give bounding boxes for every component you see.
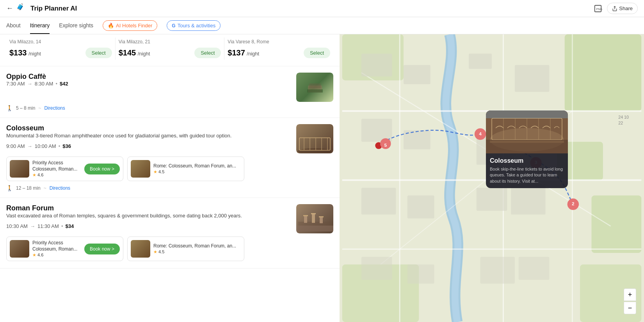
fire-icon: 🔥 — [108, 23, 114, 28]
nav-about[interactable]: About — [6, 18, 21, 34]
colosseum-book-btn[interactable]: Book now > — [84, 164, 120, 174]
header: ← 🧳 Trip Planner AI PNG Share — [0, 0, 644, 17]
hotel-3-price: $137 /night — [228, 48, 259, 57]
oppio-caffe-title: Oppio Caffè — [6, 73, 68, 81]
oppio-caffe-walk: 🚶 5 – 8 min ~ Directions — [6, 105, 333, 111]
hotel-2-select-btn[interactable]: Select — [194, 48, 221, 58]
left-panel: Via Milazzo, 14 $133 /night Select Via M… — [0, 34, 340, 322]
main-content: Via Milazzo, 14 $133 /night Select Via M… — [0, 34, 644, 322]
svg-rect-46 — [511, 184, 545, 215]
colosseum-img-icon — [296, 134, 333, 153]
svg-point-5 — [297, 148, 332, 153]
nav-explore[interactable]: Explore sights — [59, 18, 93, 34]
walk-icon: 🚶 — [6, 105, 13, 111]
colosseum-left: Colosseum Monumental 3-tiered Roman amph… — [6, 124, 292, 153]
hotel-2-price-row: $145 /night Select — [119, 48, 221, 58]
colosseum-image — [296, 124, 333, 153]
svg-rect-16 — [303, 215, 308, 216]
zoom-in-btn[interactable]: + — [624, 288, 636, 301]
hotel-card-2: Via Milazzo, 21 $145 /night Select — [116, 34, 224, 63]
svg-rect-3 — [309, 84, 321, 88]
tour-1-stars: ★ 4.6 — [32, 173, 81, 178]
tour-1-name: Priority Access Colosseum, Roman... — [32, 160, 81, 172]
roman-forum-title: Roman Forum — [6, 204, 292, 212]
caffe-icon — [307, 82, 323, 93]
svg-rect-18 — [319, 216, 324, 217]
svg-rect-17 — [311, 213, 316, 214]
roman-forum-image — [296, 204, 333, 233]
svg-text:10: 10 — [624, 115, 629, 119]
tour-2-stars: ★ 4.5 — [153, 169, 241, 174]
svg-rect-50 — [519, 257, 550, 280]
hotel-3-select-btn[interactable]: Select — [304, 48, 330, 58]
tour-2-info: Rome: Colosseum, Roman Forum, an... ★ 4.… — [153, 163, 241, 174]
forum-tour-1-stars: ★ 4.6 — [32, 253, 81, 258]
share-button[interactable]: Share — [607, 3, 638, 14]
map-popup[interactable]: Colosseum Book skip-the-line tickets to … — [486, 110, 568, 188]
svg-rect-23 — [591, 196, 641, 253]
hotel-3-address: Via Varese 8, Rome — [228, 39, 330, 44]
svg-rect-14 — [312, 214, 315, 223]
svg-rect-72 — [490, 141, 564, 143]
forum-tour-1-thumb — [10, 240, 29, 258]
popup-title: Colosseum — [490, 157, 564, 164]
map-background: 5 4 3 2 24 10 22 — [340, 34, 644, 322]
forum-tour-2-thumb — [131, 240, 150, 258]
colosseum-walk: 🚶 12 – 18 min ~ Directions — [6, 185, 333, 191]
svg-text:5: 5 — [384, 142, 387, 148]
svg-rect-44 — [407, 196, 434, 219]
tour-1-info: Priority Access Colosseum, Roman... ★ 4.… — [32, 160, 81, 177]
svg-rect-38 — [515, 65, 549, 92]
item-roman-forum: Roman Forum Vast excavated area of Roman… — [0, 198, 340, 269]
colosseum-tour-1: Priority Access Colosseum, Roman... ★ 4.… — [6, 157, 123, 181]
hotel-cards-row: Via Milazzo, 14 $133 /night Select Via M… — [0, 34, 340, 66]
popup-desc: Book skip-the-line tickets to avoid long… — [490, 166, 564, 184]
forum-tour-2-info: Rome: Colosseum, Roman Forum, an... ★ 4.… — [153, 243, 241, 254]
roman-forum-desc: Vast excavated area of Roman temples, sq… — [6, 212, 292, 219]
hotel-3-price-row: $137 /night Select — [228, 48, 330, 58]
tours-pill[interactable]: G Tours & activities — [167, 20, 221, 31]
roman-forum-time: 10:30 AM → 11:30 AM • $34 — [6, 223, 292, 229]
zoom-out-btn[interactable]: − — [624, 302, 636, 314]
svg-rect-36 — [404, 65, 431, 84]
ai-hotels-label: AI Hotels Finder — [116, 23, 152, 28]
svg-text:24: 24 — [618, 115, 623, 119]
forum-tour-1-info: Priority Access Colosseum, Roman... ★ 4.… — [32, 240, 81, 257]
app-icon: 🧳 — [16, 3, 27, 14]
back-button[interactable]: ← — [6, 4, 13, 12]
forum-tour-2: Rome: Colosseum, Roman Forum, an... ★ 4.… — [127, 237, 244, 261]
forum-img-icon — [296, 210, 333, 233]
hotel-card-3: Via Varese 8, Rome $137 /night Select — [224, 34, 333, 63]
map-zoom-controls: + − — [624, 288, 636, 314]
colosseum-tour-2: Rome: Colosseum, Roman Forum, an... ★ 4.… — [127, 157, 244, 181]
oppio-caffe-directions[interactable]: Directions — [44, 105, 65, 111]
svg-rect-13 — [304, 216, 307, 223]
item-colosseum: Colosseum Monumental 3-tiered Roman amph… — [0, 118, 340, 198]
oppio-caffe-left: Oppio Caffè 7:30 AM → 8:30 AM • $42 — [6, 73, 68, 91]
ai-hotels-pill[interactable]: 🔥 AI Hotels Finder — [103, 20, 157, 31]
colosseum-directions[interactable]: Directions — [50, 185, 70, 191]
svg-rect-45 — [477, 188, 507, 211]
svg-text:2: 2 — [572, 201, 575, 206]
share-label: Share — [619, 5, 633, 11]
svg-text:22: 22 — [618, 121, 623, 125]
hotel-1-select-btn[interactable]: Select — [85, 48, 112, 58]
hotel-1-price-row: $133 /night Select — [9, 48, 112, 58]
nav-itinerary[interactable]: Itinerary — [30, 18, 50, 34]
header-actions: PNG Share — [592, 3, 638, 14]
roman-forum-left: Roman Forum Vast excavated area of Roman… — [6, 204, 292, 233]
roman-forum-tour-cards: Priority Access Colosseum, Roman... ★ 4.… — [6, 237, 333, 261]
svg-text:PNG: PNG — [596, 7, 603, 11]
walk-icon-2: 🚶 — [6, 185, 13, 191]
forum-book-btn[interactable]: Book now > — [84, 244, 120, 254]
forum-tour-2-name: Rome: Colosseum, Roman Forum, an... — [153, 243, 241, 249]
popup-body: Colosseum Book skip-the-line tickets to … — [486, 153, 568, 188]
colosseum-tour-cards: Priority Access Colosseum, Roman... ★ 4.… — [6, 157, 333, 181]
svg-text:4: 4 — [479, 131, 482, 136]
svg-rect-48 — [407, 265, 434, 284]
export-button[interactable]: PNG — [592, 3, 604, 14]
svg-rect-47 — [361, 257, 392, 280]
svg-rect-49 — [480, 257, 515, 284]
forum-tour-1: Priority Access Colosseum, Roman... ★ 4.… — [6, 237, 123, 261]
map-panel[interactable]: 5 4 3 2 24 10 22 — [340, 34, 644, 322]
